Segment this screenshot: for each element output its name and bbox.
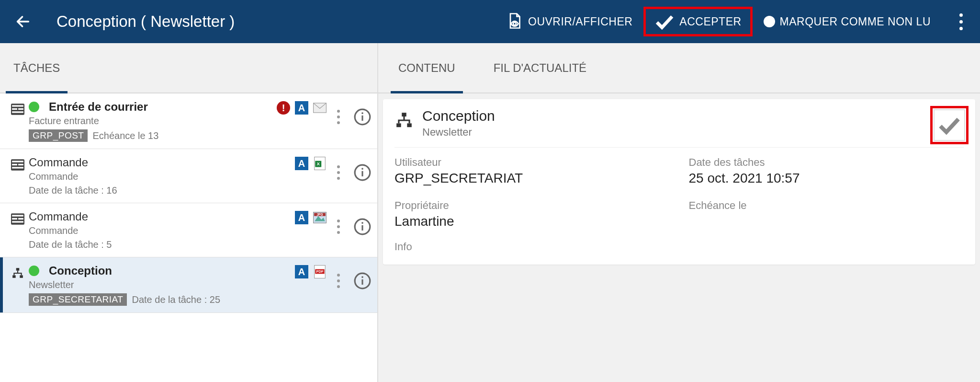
- right-pane: CONTENU FIL D'ACTUALITÉ Conception Newsl…: [378, 43, 980, 382]
- user-label: Utilisateur: [394, 156, 670, 169]
- svg-rect-15: [12, 167, 23, 168]
- group-chip: GRP_POST: [29, 129, 88, 142]
- svg-rect-5: [18, 108, 23, 110]
- open-display-button[interactable]: OUVRIR/AFFICHER: [495, 7, 643, 36]
- document-eye-icon: [506, 12, 523, 31]
- svg-point-21: [361, 168, 363, 170]
- task-badges: APDF: [295, 265, 327, 278]
- task-date-value: 25 oct. 2021 10:57: [689, 171, 964, 186]
- topbar-actions: OUVRIR/AFFICHER ACCEPTER MARQUER COMME N…: [495, 7, 970, 36]
- svg-rect-14: [18, 164, 23, 165]
- svg-rect-36: [20, 275, 23, 278]
- svg-rect-3: [12, 105, 23, 106]
- back-arrow-icon[interactable]: [13, 12, 33, 31]
- task-more-button[interactable]: [327, 264, 350, 298]
- svg-point-42: [361, 276, 363, 278]
- svg-rect-4: [12, 108, 17, 110]
- task-item[interactable]: Entrée de courrierFacture entranteGRP_PO…: [0, 93, 377, 149]
- owner-label: Propriétaire: [394, 199, 670, 212]
- a-badge-icon: A: [295, 157, 308, 170]
- task-item[interactable]: CommandeCommandeDate de la tâche : 5AJPG: [0, 203, 377, 257]
- task-type-icon: [11, 102, 25, 116]
- tab-content[interactable]: CONTENU: [389, 43, 465, 93]
- task-badges: AJPG: [295, 211, 327, 224]
- user-value: GRP_SECRETARIAT: [394, 171, 670, 186]
- svg-rect-25: [18, 218, 23, 220]
- svg-text:X: X: [317, 161, 320, 166]
- task-subtitle: Facture entrante: [29, 116, 271, 127]
- svg-rect-23: [12, 215, 23, 216]
- mark-unread-label: MARQUER COMME NON LU: [780, 15, 931, 28]
- svg-rect-13: [12, 164, 17, 165]
- task-date-text: Date de la tâche : 25: [132, 294, 220, 305]
- field-due: Echéance le: [689, 199, 964, 229]
- task-title: Entrée de courrier: [49, 100, 148, 114]
- more-menu-button[interactable]: [951, 7, 970, 36]
- field-owner: Propriétaire Lamartine: [394, 199, 670, 229]
- due-label: Echéance le: [689, 199, 964, 212]
- task-item[interactable]: ConceptionNewsletterGRP_SECRETARIATDate …: [0, 257, 377, 313]
- task-date-label: Date des tâches: [689, 156, 964, 169]
- svg-point-10: [361, 112, 363, 114]
- field-task-date: Date des tâches 25 oct. 2021 10:57: [689, 156, 964, 186]
- task-info-button[interactable]: [350, 264, 374, 298]
- group-chip: GRP_SECRETARIAT: [29, 293, 127, 306]
- mail-file-icon: [313, 101, 327, 115]
- task-more-button[interactable]: [327, 156, 350, 189]
- checkmark-icon: [654, 12, 675, 32]
- a-badge-icon: A: [295, 211, 308, 224]
- task-list: Entrée de courrierFacture entranteGRP_PO…: [0, 93, 377, 382]
- detail-subtitle: Newsletter: [422, 126, 495, 139]
- a-badge-icon: A: [295, 265, 308, 278]
- task-badges: !A: [277, 101, 327, 115]
- checkmark-grey-icon: [937, 113, 961, 137]
- top-bar: Conception ( Newsletter ) OUVRIR/AFFICHE…: [0, 0, 980, 43]
- xls-file-icon: X: [313, 157, 327, 170]
- task-type-icon: [11, 212, 25, 226]
- task-info-button[interactable]: [350, 100, 374, 134]
- tab-feed[interactable]: FIL D'ACTUALITÉ: [484, 43, 596, 93]
- field-info: Info: [394, 241, 964, 253]
- task-info-button[interactable]: [350, 210, 374, 243]
- task-more-button[interactable]: [327, 100, 350, 134]
- svg-rect-35: [12, 275, 16, 278]
- svg-text:JPG: JPG: [317, 213, 323, 216]
- owner-value: Lamartine: [394, 214, 670, 229]
- svg-rect-44: [396, 123, 401, 127]
- pdf-file-icon: PDF: [313, 265, 327, 278]
- task-type-icon: [11, 158, 25, 172]
- status-dot-icon: [29, 102, 39, 112]
- a-badge-icon: A: [295, 101, 308, 115]
- task-date-text: Echéance le 13: [92, 130, 158, 141]
- accept-task-checkbox[interactable]: [930, 106, 969, 144]
- task-badges: AX: [295, 157, 327, 170]
- circle-icon: [764, 16, 775, 27]
- task-subtitle: Commande: [29, 171, 289, 182]
- svg-rect-34: [16, 268, 20, 270]
- svg-rect-24: [12, 218, 17, 220]
- left-tabs: TÂCHES: [0, 43, 377, 93]
- field-user: Utilisateur GRP_SECRETARIAT: [394, 156, 670, 186]
- jpg-file-icon: JPG: [313, 211, 327, 224]
- task-more-button[interactable]: [327, 210, 350, 243]
- task-date-text: Date de la tâche : 16: [29, 185, 117, 196]
- accept-button[interactable]: ACCEPTER: [643, 7, 752, 36]
- detail-card: Conception Newsletter Utilisateur GRP_SE…: [383, 99, 975, 265]
- alert-icon: !: [277, 101, 290, 115]
- accept-label: ACCEPTER: [679, 15, 741, 28]
- task-item[interactable]: CommandeCommandeDate de la tâche : 16AX: [0, 149, 377, 203]
- workflow-icon: [394, 111, 414, 130]
- left-pane: TÂCHES Entrée de courrierFacture entrant…: [0, 43, 378, 382]
- mark-unread-button[interactable]: MARQUER COMME NON LU: [753, 7, 942, 36]
- task-subtitle: Commande: [29, 225, 289, 236]
- task-type-icon: [11, 266, 25, 280]
- task-title: Commande: [29, 156, 88, 169]
- task-subtitle: Newsletter: [29, 279, 289, 290]
- task-info-button[interactable]: [350, 156, 374, 189]
- task-title: Conception: [49, 264, 112, 278]
- svg-point-1: [513, 23, 516, 25]
- svg-rect-43: [402, 113, 406, 116]
- tab-tasks[interactable]: TÂCHES: [0, 43, 73, 93]
- task-date-text: Date de la tâche : 5: [29, 239, 112, 250]
- svg-rect-45: [407, 123, 412, 127]
